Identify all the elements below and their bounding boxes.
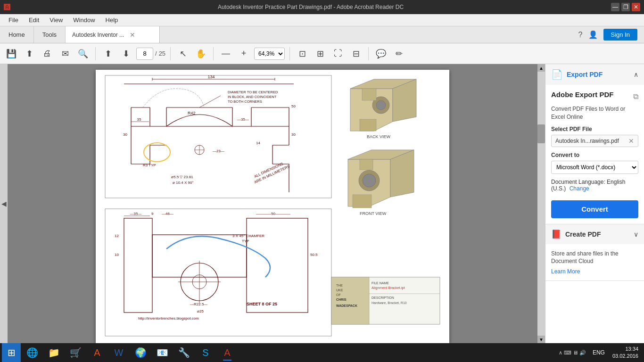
svg-text:12: 12 <box>115 234 119 238</box>
svg-rect-59 <box>360 159 373 170</box>
taskbar-app-word[interactable]: W <box>108 343 129 362</box>
zoom-in-button[interactable]: + <box>236 46 251 61</box>
tray-icons[interactable]: ∧ ⌨ 🖥 🔊 <box>559 350 586 356</box>
menu-file[interactable]: File <box>4 16 23 25</box>
comment-button[interactable]: 💬 <box>373 46 388 61</box>
document-language: Document Language: English (U.S.) Change <box>551 179 638 192</box>
app-icon: 🅰 <box>4 3 10 11</box>
taskbar-app-explorer[interactable]: 📁 <box>43 343 64 362</box>
convert-to-label: Convert to <box>551 152 638 158</box>
search-button[interactable]: 🔍 <box>75 46 91 61</box>
tab-home[interactable]: Home <box>0 26 34 43</box>
vertical-scrollbar[interactable]: ▲ ▼ <box>537 64 545 343</box>
minimize-button[interactable]: — <box>611 3 619 11</box>
close-button[interactable]: ✕ <box>632 3 640 11</box>
zoom-out-button[interactable]: — <box>218 46 233 61</box>
tab-bar: Home Tools Autodesk Inventor ... ✕ ? 👤 S… <box>0 26 644 43</box>
create-header-left: 📕 Create PDF <box>551 229 601 239</box>
zoom-select[interactable]: 64,3% 50% 75% 100% 150% <box>254 48 285 60</box>
read-button[interactable]: ⊟ <box>348 46 363 61</box>
export-pdf-title: Export PDF <box>567 71 603 78</box>
save-button[interactable]: 💾 <box>4 46 19 61</box>
create-pdf-header[interactable]: 📕 Create PDF ∨ <box>545 224 644 244</box>
prev-page-button[interactable]: ⬆ <box>100 46 116 61</box>
start-button[interactable]: ⊞ <box>2 343 21 362</box>
change-language-link[interactable]: Change <box>570 185 589 192</box>
export-pdf-icon: 📄 <box>551 69 563 80</box>
scroll-track[interactable] <box>537 72 545 336</box>
page-number-input[interactable] <box>136 48 153 60</box>
convert-to-select[interactable]: Microsoft Word (*.docx) Microsoft Excel … <box>551 161 638 174</box>
create-description: Store and share files in the Document Cl… <box>551 250 638 266</box>
separator-2 <box>170 47 171 60</box>
sign-in-button[interactable]: Sign In <box>603 29 637 41</box>
svg-rect-51 <box>362 89 376 100</box>
learn-more-link[interactable]: Learn More <box>551 268 580 275</box>
fullscreen-button[interactable]: ⛶ <box>330 46 346 61</box>
hand-tool-button[interactable]: ✋ <box>193 46 208 61</box>
fit-page-button[interactable]: ⊡ <box>295 46 310 61</box>
tab-document[interactable]: Autodesk Inventor ... ✕ <box>66 26 160 43</box>
svg-text:50.5: 50.5 <box>310 253 318 257</box>
separator-1 <box>95 47 96 60</box>
svg-text:DIAMETER TO BE CENTERED: DIAMETER TO BE CENTERED <box>228 90 278 94</box>
tab-tools[interactable]: Tools <box>34 26 66 43</box>
convert-button[interactable]: Convert <box>551 200 638 218</box>
svg-text:SHEET 8 OF 25: SHEET 8 OF 25 <box>247 302 277 306</box>
taskbar-app-store[interactable]: 🛒 <box>65 343 86 362</box>
taskbar-app-acrobat[interactable]: A <box>217 343 238 362</box>
svg-text:3 X 45° CHAMFER: 3 X 45° CHAMFER <box>232 234 264 238</box>
scroll-thumb[interactable] <box>537 124 545 143</box>
draw-button[interactable]: ✏ <box>391 46 406 61</box>
system-clock[interactable]: 13:34 03.02.2016 <box>612 346 638 360</box>
print-button[interactable]: 🖨 <box>40 46 55 61</box>
adobe-export-title: Adobe Export PDF <box>551 90 614 99</box>
separator-5 <box>368 47 369 60</box>
create-pdf-body: Store and share files in the Document Cl… <box>545 244 644 281</box>
svg-text:http://inventortrenches.blogsp: http://inventortrenches.blogspot.com <box>138 316 199 321</box>
fit-width-button[interactable]: ⊞ <box>313 46 328 61</box>
taskbar-app-skype[interactable]: S <box>195 343 216 362</box>
create-pdf-title: Create PDF <box>565 230 601 238</box>
language-indicator[interactable]: ENG <box>593 349 605 356</box>
taskbar-app-mail[interactable]: 📧 <box>152 343 173 362</box>
next-page-button[interactable]: ⬇ <box>118 46 133 61</box>
tool6-icon: 🔧 <box>178 347 190 358</box>
svg-rect-52 <box>360 119 376 131</box>
tab-right-icons: ? 👤 Sign In <box>572 26 644 43</box>
store-icon: 🛒 <box>70 347 82 358</box>
window-title: Autodesk Inventor Practice Part Drawings… <box>10 4 611 10</box>
copy-icon[interactable]: ⧉ <box>633 92 638 101</box>
svg-text:30: 30 <box>123 132 127 137</box>
tab-close-button[interactable]: ✕ <box>130 31 135 39</box>
create-pdf-icon: 📕 <box>551 229 561 239</box>
maximize-button[interactable]: ❐ <box>621 3 630 11</box>
menu-bar: File Edit View Window Help <box>0 14 644 26</box>
export-collapse-icon[interactable]: ∧ <box>634 71 638 78</box>
menu-help[interactable]: Help <box>101 16 123 25</box>
svg-text:10: 10 <box>115 253 119 257</box>
upload-button[interactable]: ⬆ <box>22 46 37 61</box>
system-tray: ∧ ⌨ 🖥 🔊 ENG 13:34 03.02.2016 <box>555 346 642 360</box>
taskbar-app-tool6[interactable]: 🔧 <box>173 343 194 362</box>
left-panel-arrow[interactable]: ◀ <box>0 64 8 343</box>
export-pdf-header[interactable]: 📄 Export PDF ∧ <box>545 64 644 85</box>
scroll-down-button[interactable]: ▼ <box>537 336 545 343</box>
create-expand-icon[interactable]: ∨ <box>634 230 638 238</box>
select-tool-button[interactable]: ↖ <box>175 46 190 61</box>
taskbar: ⊞ 🌐 📁 🛒 A W 🌍 📧 🔧 S A ∧ ⌨ 🖥 🔊 ENG 13:34 … <box>0 343 644 362</box>
taskbar-app-browser[interactable]: 🌐 <box>22 343 42 362</box>
export-pdf-body: Adobe Export PDF ⧉ Convert PDF Files to … <box>545 85 644 224</box>
taskbar-app-autodesk[interactable]: A <box>87 343 107 362</box>
taskbar-app-chrome[interactable]: 🌍 <box>130 343 151 362</box>
pdf-viewer[interactable]: 134 DIAMETER TO BE CENTERED IN BLOCK, AN… <box>8 64 537 343</box>
account-icon[interactable]: 👤 <box>588 30 598 39</box>
menu-edit[interactable]: Edit <box>24 16 44 25</box>
separator-3 <box>213 47 214 60</box>
remove-file-button[interactable]: ✕ <box>628 137 634 145</box>
help-icon[interactable]: ? <box>578 31 583 39</box>
email-button[interactable]: ✉ <box>58 46 73 61</box>
scroll-up-button[interactable]: ▲ <box>537 64 545 72</box>
menu-window[interactable]: Window <box>68 16 99 25</box>
menu-view[interactable]: View <box>45 16 67 25</box>
